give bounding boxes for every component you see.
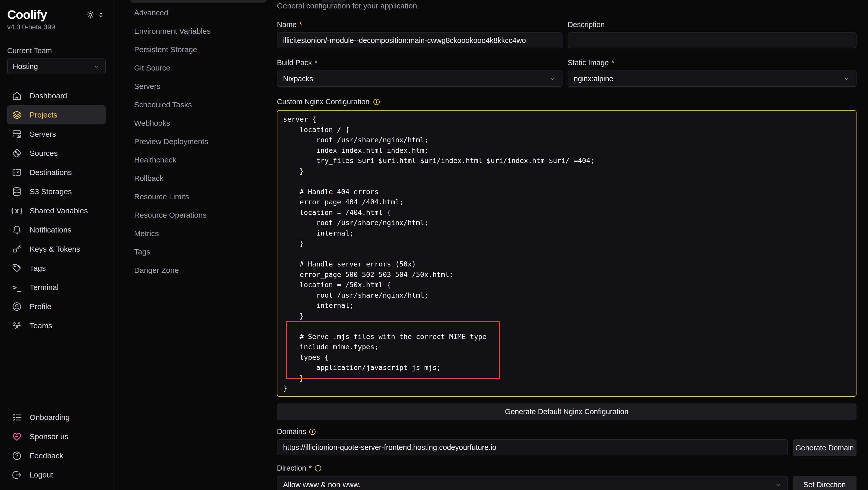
settings-nav-rollback[interactable]: Rollback: [134, 169, 277, 187]
sidebar-item-label: Sponsor us: [30, 432, 68, 441]
sidebar-item-label: Teams: [30, 321, 52, 330]
sidebar-item-label: Keys & Tokens: [30, 245, 80, 253]
chevron-down-icon: [843, 75, 850, 83]
sidebar-item-onboarding[interactable]: Onboarding: [7, 408, 106, 427]
build-pack-label: Build Pack *: [277, 59, 562, 67]
database-icon: [11, 186, 23, 197]
sidebar-item-teams[interactable]: Teams: [7, 316, 106, 335]
secondary-nav-active-item-partial[interactable]: [130, 0, 267, 3]
required-asterisk: *: [309, 464, 311, 472]
sidebar-item-label: Terminal: [30, 283, 59, 292]
braces-x-icon: (x): [11, 207, 23, 215]
page-description: General configuration for your applicati…: [277, 2, 857, 10]
settings-nav-servers[interactable]: Servers: [134, 77, 277, 96]
domains-input[interactable]: [277, 439, 788, 455]
checklist-icon: [11, 412, 23, 423]
domains-label: Domains: [277, 427, 857, 436]
key-icon: [11, 244, 23, 254]
settings-nav-tags[interactable]: Tags: [134, 243, 277, 261]
chevron-down-icon: [549, 75, 556, 83]
settings-nav-metrics[interactable]: Metrics: [134, 224, 277, 243]
sidebar-item-feedback[interactable]: Feedback: [7, 446, 106, 465]
description-label: Description: [567, 21, 857, 29]
sidebar-nav: Dashboard Projects Servers: [7, 86, 106, 335]
current-team-label: Current Team: [7, 47, 106, 55]
sun-icon: [86, 10, 95, 20]
generate-domain-button[interactable]: Generate Domain: [793, 439, 857, 456]
sidebar-item-label: Servers: [30, 130, 56, 139]
direction-select[interactable]: Allow www & non-www.: [277, 476, 788, 490]
settings-nav-scheduled-tasks[interactable]: Scheduled Tasks: [134, 96, 277, 114]
sidebar-item-label: Projects: [30, 111, 57, 119]
settings-nav-environment-variables[interactable]: Environment Variables: [134, 22, 277, 40]
set-direction-button[interactable]: Set Direction: [793, 476, 857, 490]
nginx-config-editor[interactable]: server { location / { root /usr/share/ng…: [277, 110, 857, 397]
sidebar-item-label: Feedback: [30, 452, 63, 460]
team-select[interactable]: Hosting: [7, 59, 106, 74]
sidebar-item-s3-storages[interactable]: S3 Storages: [7, 182, 106, 201]
sidebar-item-label: Profile: [30, 302, 51, 311]
description-input[interactable]: [567, 32, 857, 48]
sidebar-item-dashboard[interactable]: Dashboard: [7, 86, 106, 105]
resource-settings-nav: Advanced Environment Variables Persisten…: [114, 0, 277, 490]
settings-nav-resource-operations[interactable]: Resource Operations: [134, 206, 277, 224]
sidebar-item-label: Tags: [30, 264, 46, 273]
users-icon: [11, 320, 23, 331]
sidebar-item-tags[interactable]: Tags: [7, 258, 106, 278]
help-circle-icon: [11, 451, 23, 461]
name-label: Name *: [277, 21, 562, 29]
sidebar-item-sources[interactable]: Sources: [7, 144, 106, 163]
settings-nav-advanced[interactable]: Advanced: [134, 4, 277, 22]
sidebar-footer-nav: Onboarding Sponsor us Feedback: [7, 408, 106, 484]
name-input[interactable]: [277, 32, 562, 48]
sidebar-item-destinations[interactable]: Destinations: [7, 163, 106, 182]
app-logo: Coolify: [7, 8, 47, 22]
info-icon[interactable]: [373, 98, 380, 106]
sidebar-item-profile[interactable]: Profile: [7, 297, 106, 316]
bell-icon: [11, 225, 23, 235]
static-image-label: Static Image *: [567, 59, 857, 67]
sidebar-item-label: Dashboard: [30, 91, 67, 100]
sidebar-item-keys-tokens[interactable]: Keys & Tokens: [7, 239, 106, 258]
settings-nav-webhooks[interactable]: Webhooks: [134, 114, 277, 132]
team-select-value: Hosting: [13, 62, 38, 71]
nginx-config-label: Custom Nginx Configuration: [277, 98, 857, 106]
sidebar-item-label: Onboarding: [30, 413, 70, 422]
settings-nav-preview-deployments[interactable]: Preview Deployments: [134, 132, 277, 151]
sidebar-item-label: Destinations: [30, 168, 72, 177]
app-version: v4.0.0-beta.399: [7, 23, 106, 31]
settings-nav-git-source[interactable]: Git Source: [134, 59, 277, 77]
sidebar-item-logout[interactable]: Logout: [7, 465, 106, 484]
layers-icon: [11, 110, 23, 120]
build-pack-select[interactable]: Nixpacks: [277, 70, 562, 87]
static-image-select[interactable]: nginx:alpine: [567, 70, 857, 87]
sidebar-item-label: Notifications: [30, 225, 71, 234]
settings-nav-healthcheck[interactable]: Healthcheck: [134, 151, 277, 169]
sidebar-item-label: Shared Variables: [30, 207, 88, 215]
info-icon[interactable]: [314, 464, 322, 472]
required-asterisk: *: [314, 59, 317, 67]
sidebar-item-projects[interactable]: Projects: [7, 105, 106, 124]
sidebar-item-notifications[interactable]: Notifications: [7, 220, 106, 239]
sidebar-item-label: Sources: [30, 149, 58, 158]
generate-default-nginx-config-button[interactable]: Generate Default Nginx Configuration: [277, 403, 857, 420]
sidebar-item-terminal[interactable]: >_ Terminal: [7, 278, 106, 297]
terminal-icon: >_: [11, 283, 23, 292]
general-settings-panel: General configuration for your applicati…: [277, 0, 868, 490]
logo-row: Coolify: [7, 8, 106, 22]
sidebar-collapse-button[interactable]: [96, 10, 106, 20]
git-icon: [11, 148, 23, 158]
map-icon: [11, 167, 23, 178]
sidebar-item-servers[interactable]: Servers: [7, 124, 106, 144]
sidebar-item-sponsor-us[interactable]: Sponsor us: [7, 427, 106, 446]
tag-icon: [11, 263, 23, 273]
settings-nav-resource-limits[interactable]: Resource Limits: [134, 187, 277, 206]
sidebar-item-shared-variables[interactable]: (x) Shared Variables: [7, 201, 106, 220]
build-pack-select-value: Nixpacks: [283, 74, 313, 83]
theme-toggle-button[interactable]: [85, 9, 96, 21]
info-icon[interactable]: [309, 428, 316, 436]
user-circle-icon: [11, 302, 23, 312]
home-icon: [11, 91, 23, 101]
settings-nav-danger-zone[interactable]: Danger Zone: [134, 261, 277, 279]
settings-nav-persistent-storage[interactable]: Persistent Storage: [134, 40, 277, 59]
